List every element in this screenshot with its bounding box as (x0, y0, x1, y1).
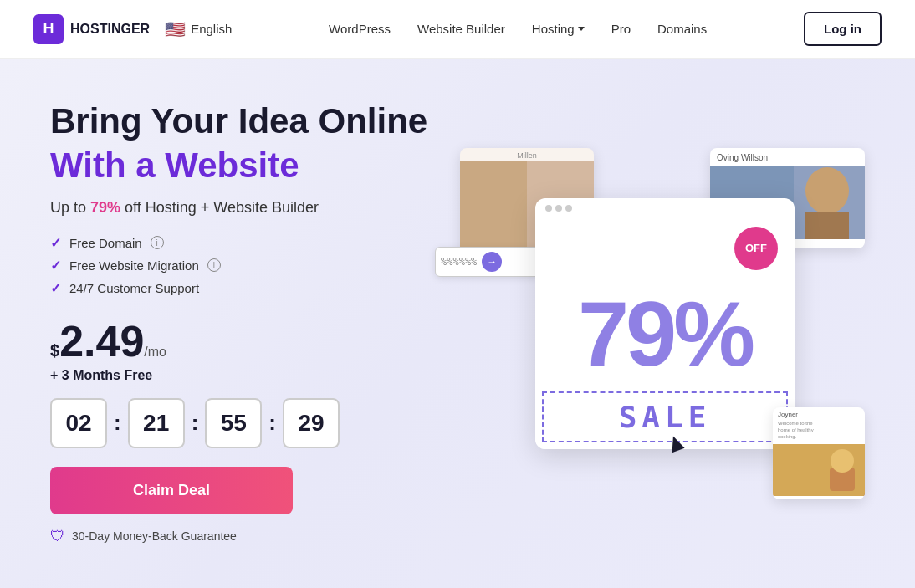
hero-left: Bring Your Idea Online With a Website Up… (50, 101, 435, 545)
subtitle-prefix: Up to (50, 199, 90, 216)
nav-link-hosting[interactable]: Hosting (532, 22, 585, 36)
nav-center: WordPress Website Builder Hosting Pro Do… (329, 22, 707, 36)
logo-icon: H (33, 14, 64, 44)
oving-name: Oving Willson (710, 148, 865, 166)
countdown-timer: 02 : 21 : 55 : 29 (50, 398, 435, 448)
flag-icon: 🇺🇸 (165, 19, 186, 39)
dot-3 (565, 205, 572, 212)
countdown-hours: 02 (50, 398, 107, 448)
info-icon-2[interactable]: i (207, 258, 221, 272)
language-selector[interactable]: 🇺🇸 English (165, 19, 232, 39)
countdown-sep-3: : (268, 410, 276, 436)
feature-support-label: 24/7 Customer Support (69, 281, 199, 295)
hero-section: Bring Your Idea Online With a Website Up… (0, 59, 915, 588)
nav-left: H HOSTINGER 🇺🇸 English (33, 14, 232, 44)
sale-card: 79% OFF SALE (535, 198, 795, 449)
hero-visual: Millen Oving Willson (435, 148, 865, 499)
countdown-sep-1: : (114, 410, 121, 436)
feature-migration: ✓ Free Website Migration i (50, 258, 435, 274)
claim-deal-button[interactable]: Claim Deal (50, 467, 293, 514)
logo[interactable]: H HOSTINGER (33, 14, 150, 44)
sale-percent: 79% (578, 288, 752, 380)
feature-domain: ✓ Free Domain i (50, 235, 435, 251)
sale-text-box: SALE (542, 391, 788, 442)
features-list: ✓ Free Domain i ✓ Free Website Migration… (50, 235, 435, 296)
price-row: $ 2.49 /mo (50, 320, 435, 363)
svg-point-7 (805, 167, 849, 214)
joyner-card: Joyner Welcome to thehome of healthycook… (773, 407, 865, 499)
hero-subtitle: Up to 79% off Hosting + Website Builder (50, 199, 435, 217)
check-icon-3: ✓ (50, 280, 61, 296)
dot-2 (555, 205, 562, 212)
hero-title-top: Bring Your Idea Online (50, 101, 435, 141)
joyner-subtitle: Welcome to thehome of healthycooking. (773, 420, 865, 444)
guarantee-row: 🛡 30-Day Money-Back Guarantee (50, 528, 435, 545)
feature-migration-label: Free Website Migration (69, 258, 199, 273)
feature-support: ✓ 24/7 Customer Support (50, 280, 435, 296)
arrow-icon: → (482, 252, 502, 272)
subtitle-suffix: off Hosting + Website Builder (120, 199, 319, 216)
nav-link-domains[interactable]: Domains (657, 22, 707, 36)
check-icon-1: ✓ (50, 235, 61, 251)
dot-1 (545, 205, 552, 212)
months-free: + 3 Months Free (50, 368, 435, 383)
code-input-text: %%%%%% (441, 256, 477, 268)
off-badge: OFF (734, 227, 778, 270)
sale-card-header (535, 198, 795, 218)
sale-main: 79% OFF SALE (535, 218, 795, 449)
countdown-seconds: 55 (205, 398, 262, 448)
sale-text: SALE (619, 400, 712, 434)
svg-rect-8 (805, 212, 849, 239)
hero-right: Millen Oving Willson (435, 148, 865, 499)
chevron-down-icon (578, 27, 585, 31)
feature-domain-label: Free Domain (69, 236, 142, 250)
price-dollar: $ (50, 341, 59, 360)
joyner-image (773, 444, 865, 496)
language-label: English (191, 22, 232, 36)
joyner-name: Joyner (773, 407, 865, 420)
nav-link-pro[interactable]: Pro (611, 22, 631, 36)
svg-rect-0 (460, 161, 527, 253)
countdown-minutes: 21 (128, 398, 185, 448)
navigation: H HOSTINGER 🇺🇸 English WordPress Website… (0, 0, 915, 59)
countdown-frames: 29 (283, 398, 340, 448)
hero-title-bottom: With a Website (50, 146, 435, 186)
svg-point-12 (831, 449, 854, 473)
info-icon-1[interactable]: i (151, 236, 164, 249)
price-number: 2.49 (59, 320, 144, 363)
subtitle-highlight: 79% (90, 199, 120, 216)
nav-link-wordpress[interactable]: WordPress (329, 22, 391, 36)
millen-label: Millen (460, 148, 594, 161)
svg-point-2 (473, 172, 506, 209)
price-per-month: /mo (144, 345, 166, 360)
countdown-sep-2: : (192, 410, 199, 436)
logo-text: HOSTINGER (70, 22, 150, 37)
login-button[interactable]: Log in (804, 12, 882, 46)
check-icon-2: ✓ (50, 258, 61, 274)
shield-icon: 🛡 (50, 528, 65, 545)
guarantee-label: 30-Day Money-Back Guarantee (72, 529, 237, 543)
nav-link-website-builder[interactable]: Website Builder (417, 22, 505, 36)
